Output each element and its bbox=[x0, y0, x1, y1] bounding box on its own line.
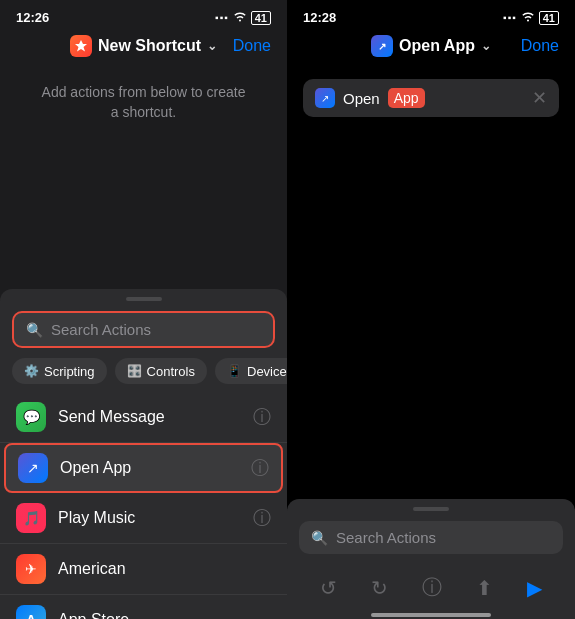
play-icon[interactable]: ▶ bbox=[527, 576, 542, 600]
action-send-message-label: Send Message bbox=[58, 408, 241, 426]
messages-icon: 💬 bbox=[16, 402, 46, 432]
open-app-pill: ↗ Open App ✕ bbox=[303, 79, 559, 117]
search-icon: 🔍 bbox=[26, 322, 43, 338]
info-toolbar-icon[interactable]: ⓘ bbox=[422, 574, 442, 601]
category-tabs: ⚙️ Scripting 🎛️ Controls 📱 Device › bbox=[0, 358, 287, 384]
right-panel: 12:28 ▪▪▪ 41 ↗ Open App ⌄ Done ↗ Open Ap… bbox=[287, 0, 575, 619]
add-actions-description: Add actions from below to create a short… bbox=[0, 63, 287, 152]
right-search-icon: 🔍 bbox=[311, 530, 328, 546]
search-placeholder: Search Actions bbox=[51, 321, 261, 338]
left-nav-bar: New Shortcut ⌄ Done bbox=[0, 29, 287, 63]
action-play-music[interactable]: 🎵 Play Music ⓘ bbox=[0, 493, 287, 544]
right-status-bar: 12:28 ▪▪▪ 41 bbox=[287, 0, 575, 29]
send-message-info-icon[interactable]: ⓘ bbox=[253, 405, 271, 429]
controls-label: Controls bbox=[147, 364, 195, 379]
appstore-icon: A bbox=[16, 605, 46, 619]
left-done-button[interactable]: Done bbox=[233, 37, 271, 55]
action-appstore[interactable]: A App Store bbox=[0, 595, 287, 619]
open-app-info-icon[interactable]: ⓘ bbox=[251, 456, 269, 480]
device-label: Device bbox=[247, 364, 287, 379]
right-battery: 41 bbox=[539, 11, 559, 25]
left-status-bar: 12:26 ▪▪▪ 41 bbox=[0, 0, 287, 29]
action-open-app-label: Open App bbox=[60, 459, 239, 477]
chevron-down-icon[interactable]: ⌄ bbox=[207, 39, 217, 53]
left-nav-title: New Shortcut ⌄ bbox=[70, 35, 217, 57]
left-panel: 12:26 ▪▪▪ 41 New Shortcut ⌄ Done Add act… bbox=[0, 0, 287, 619]
shortcut-app-icon bbox=[70, 35, 92, 57]
action-play-music-label: Play Music bbox=[58, 509, 241, 527]
device-icon: 📱 bbox=[227, 364, 242, 378]
bottom-toolbar: ↺ ↻ ⓘ ⬆ ▶ bbox=[287, 566, 575, 609]
right-nav-title: ↗ Open App ⌄ bbox=[371, 35, 491, 57]
clear-button[interactable]: ✕ bbox=[532, 87, 547, 109]
open-action-text: Open bbox=[343, 90, 380, 107]
signal-icon: ▪▪▪ bbox=[215, 12, 229, 23]
action-appstore-label: App Store bbox=[58, 611, 271, 619]
right-sheet-handle bbox=[413, 507, 449, 511]
left-status-icons: ▪▪▪ 41 bbox=[215, 11, 271, 25]
share-icon[interactable]: ⬆ bbox=[476, 576, 493, 600]
action-list: 💬 Send Message ⓘ ↗ Open App ⓘ 🎵 Play Mus… bbox=[0, 392, 287, 619]
left-battery: 41 bbox=[251, 11, 271, 25]
controls-tab[interactable]: 🎛️ Controls bbox=[115, 358, 207, 384]
open-app-pill-icon: ↗ bbox=[315, 88, 335, 108]
action-american[interactable]: ✈ American bbox=[0, 544, 287, 595]
music-icon: 🎵 bbox=[16, 503, 46, 533]
right-title: Open App bbox=[399, 37, 475, 55]
app-token[interactable]: App bbox=[388, 88, 425, 108]
action-open-app[interactable]: ↗ Open App ⓘ bbox=[4, 443, 283, 493]
scripting-icon: ⚙️ bbox=[24, 364, 39, 378]
left-bottom-sheet: 🔍 Search Actions ⚙️ Scripting 🎛️ Control… bbox=[0, 289, 287, 619]
right-status-icons: ▪▪▪ 41 bbox=[503, 11, 559, 25]
home-indicator bbox=[371, 613, 491, 617]
right-search-placeholder: Search Actions bbox=[336, 529, 551, 546]
redo-icon[interactable]: ↻ bbox=[371, 576, 388, 600]
right-search-actions-bar[interactable]: 🔍 Search Actions bbox=[299, 521, 563, 554]
american-icon: ✈ bbox=[16, 554, 46, 584]
scripting-tab[interactable]: ⚙️ Scripting bbox=[12, 358, 107, 384]
play-music-info-icon[interactable]: ⓘ bbox=[253, 506, 271, 530]
right-wifi-icon bbox=[521, 11, 535, 24]
right-bottom-sheet: 🔍 Search Actions ↺ ↻ ⓘ ⬆ ▶ bbox=[287, 499, 575, 619]
right-signal-icon: ▪▪▪ bbox=[503, 12, 517, 23]
right-chevron-icon[interactable]: ⌄ bbox=[481, 39, 491, 53]
wifi-icon bbox=[233, 11, 247, 24]
left-time: 12:26 bbox=[16, 10, 49, 25]
right-time: 12:28 bbox=[303, 10, 336, 25]
right-done-button[interactable]: Done bbox=[521, 37, 559, 55]
device-tab[interactable]: 📱 Device bbox=[215, 358, 287, 384]
open-app-icon: ↗ bbox=[18, 453, 48, 483]
controls-icon: 🎛️ bbox=[127, 364, 142, 378]
scripting-label: Scripting bbox=[44, 364, 95, 379]
search-actions-bar[interactable]: 🔍 Search Actions bbox=[12, 311, 275, 348]
right-nav-bar: ↗ Open App ⌄ Done bbox=[287, 29, 575, 63]
left-title: New Shortcut bbox=[98, 37, 201, 55]
sheet-handle bbox=[126, 297, 162, 301]
action-send-message[interactable]: 💬 Send Message ⓘ bbox=[0, 392, 287, 443]
open-app-nav-icon: ↗ bbox=[371, 35, 393, 57]
undo-icon[interactable]: ↺ bbox=[320, 576, 337, 600]
action-american-label: American bbox=[58, 560, 271, 578]
